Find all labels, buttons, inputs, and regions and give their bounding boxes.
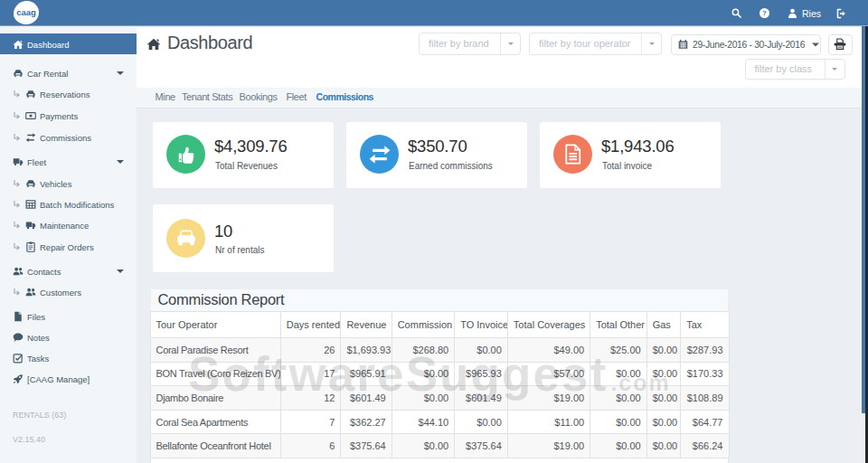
svg-text:?: ? [762,9,767,17]
